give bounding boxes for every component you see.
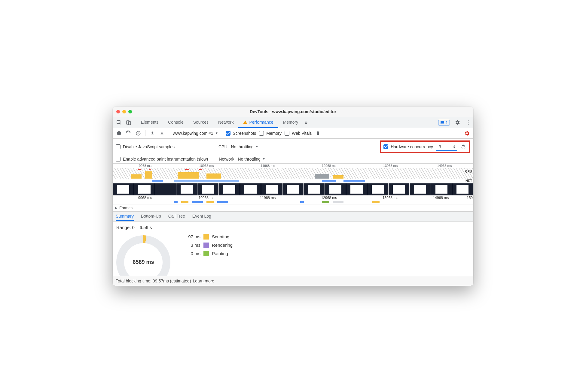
message-icon — [440, 120, 444, 125]
legend-item-rendering: 3 ms Rendering — [182, 243, 233, 248]
maximize-window-button[interactable] — [128, 110, 132, 113]
delete-profile-button[interactable] — [315, 130, 321, 137]
summary-legend: 97 ms Scripting 3 ms Rendering 0 ms Pain… — [182, 234, 233, 256]
chevron-right-icon: ▶ — [115, 206, 118, 210]
minimize-window-button[interactable] — [122, 110, 126, 113]
reset-concurrency-button[interactable] — [460, 143, 467, 150]
more-menu-icon[interactable]: ⋮ — [465, 119, 472, 126]
frames-section-header[interactable]: ▶ Frames — [113, 204, 473, 212]
swatch-rendering — [203, 243, 209, 248]
traffic-lights[interactable] — [116, 110, 132, 113]
options-row-1: Disable JavaScript samples CPU: No throt… — [113, 139, 473, 155]
cpu-lane-label: CPU — [465, 170, 472, 173]
tab-sources[interactable]: Sources — [188, 117, 213, 128]
checkbox-icon — [116, 157, 121, 161]
legend-item-painting: 0 ms Painting — [182, 251, 233, 256]
network-label: Network: — [219, 157, 235, 161]
checkbox-icon — [383, 144, 388, 149]
paint-instrumentation-checkbox[interactable]: Enable advanced paint instrumentation (s… — [116, 157, 208, 161]
svg-rect-2 — [128, 122, 131, 125]
learn-more-link[interactable]: Learn more — [193, 279, 215, 283]
reload-record-button[interactable] — [125, 130, 132, 137]
footer-bar: Total blocking time: 99.57ms (estimated)… — [113, 276, 473, 286]
net-lane-label: NET — [465, 179, 472, 182]
detail-activity-track — [113, 201, 473, 204]
summary-panel: Range: 0 – 6.59 s 6589 ms 97 ms Scriptin… — [113, 222, 473, 276]
donut-total: 6589 ms — [133, 259, 154, 265]
checkbox-icon — [116, 144, 121, 149]
more-tabs-icon[interactable]: » — [305, 120, 307, 125]
net-overview-lane: NET — [113, 179, 473, 183]
tab-console[interactable]: Console — [163, 117, 188, 128]
disable-js-samples-checkbox[interactable]: Disable JavaScript samples — [116, 144, 175, 149]
webvitals-checkbox[interactable]: Web Vitals — [285, 131, 312, 136]
subtab-call-tree[interactable]: Call Tree — [168, 212, 185, 221]
cpu-overview-lane: CPU — [113, 168, 473, 179]
summary-donut-chart: 6589 ms — [116, 235, 170, 276]
checkbox-icon — [259, 131, 264, 136]
network-throttling-selector[interactable]: No throttling▼ — [238, 157, 265, 161]
performance-toolbar: www.kapwing.com #1▼ Screenshots Memory W… — [113, 128, 473, 139]
main-tabs-bar: Elements Console Sources Network Perform… — [113, 117, 473, 128]
filmstrip[interactable] — [113, 183, 473, 195]
subtab-event-log[interactable]: Event Log — [192, 212, 211, 221]
warning-icon — [243, 120, 247, 124]
swatch-painting — [203, 251, 209, 256]
tab-elements[interactable]: Elements — [136, 117, 163, 128]
subtab-summary[interactable]: Summary — [116, 212, 134, 221]
main-tabs: Elements Console Sources Network Perform… — [136, 117, 303, 128]
options-row-2: Enable advanced paint instrumentation (s… — [113, 155, 473, 164]
details-subtabs: Summary Bottom-Up Call Tree Event Log — [113, 212, 473, 222]
issues-badge[interactable]: 1 — [438, 120, 450, 125]
record-button[interactable] — [116, 130, 122, 137]
clear-button[interactable] — [135, 130, 142, 137]
tab-memory[interactable]: Memory — [278, 117, 303, 128]
tab-performance[interactable]: Performance — [238, 117, 278, 128]
legend-item-scripting: 97 ms Scripting — [182, 234, 233, 240]
target-selector[interactable]: www.kapwing.com #1▼ — [173, 131, 218, 136]
subtab-bottom-up[interactable]: Bottom-Up — [141, 212, 161, 221]
tab-network[interactable]: Network — [213, 117, 238, 128]
checkbox-icon — [226, 131, 230, 136]
checkbox-icon — [285, 131, 289, 136]
devtools-window: DevTools - www.kapwing.com/studio/editor… — [113, 107, 473, 286]
capture-settings-icon[interactable] — [464, 130, 470, 137]
settings-icon[interactable] — [454, 119, 461, 126]
cpu-throttling-selector[interactable]: No throttling▼ — [231, 144, 258, 149]
load-profile-button[interactable] — [149, 130, 156, 137]
stepper-icon[interactable]: ▲▼ — [453, 145, 456, 149]
blocking-time-text: Total blocking time: 99.57ms (estimated) — [116, 279, 191, 283]
window-title: DevTools - www.kapwing.com/studio/editor — [113, 109, 473, 114]
inspect-element-icon[interactable] — [116, 119, 122, 126]
memory-checkbox[interactable]: Memory — [259, 131, 282, 136]
detail-ticks: 9968 ms 10968 ms 11968 ms 12968 ms 13968… — [113, 195, 473, 201]
timeline-overview[interactable]: 9968 ms 10968 ms 11968 ms 12968 ms 13968… — [113, 164, 473, 204]
close-window-button[interactable] — [116, 110, 120, 113]
cpu-label: CPU: — [218, 144, 228, 149]
hardware-concurrency-highlight: Hardware concurrency 3 ▲▼ — [380, 140, 470, 153]
titlebar: DevTools - www.kapwing.com/studio/editor — [113, 107, 473, 117]
overview-ticks: 9968 ms 10968 ms 11968 ms 12968 ms 13968… — [113, 164, 473, 168]
swatch-scripting — [203, 234, 209, 240]
save-profile-button[interactable] — [159, 130, 165, 137]
hardware-concurrency-input[interactable]: 3 ▲▼ — [436, 143, 457, 151]
screenshots-checkbox[interactable]: Screenshots — [226, 131, 256, 136]
range-label: Range: 0 – 6.59 s — [116, 225, 470, 230]
device-toolbar-icon[interactable] — [125, 119, 132, 126]
svg-line-4 — [137, 132, 140, 134]
hardware-concurrency-checkbox[interactable]: Hardware concurrency — [383, 144, 433, 149]
